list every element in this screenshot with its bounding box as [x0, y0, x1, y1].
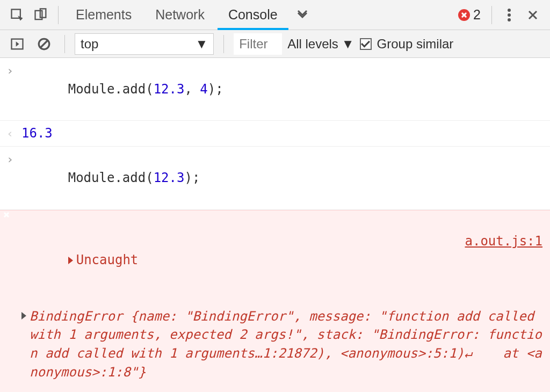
svg-point-3 [508, 9, 511, 12]
console-body: › Module.add(12.3, 4); ‹ 16.3 › Module.a… [0, 58, 550, 392]
svg-point-4 [508, 13, 511, 17]
tabs-overflow-icon[interactable] [291, 0, 314, 30]
tab-elements[interactable]: Elements [65, 0, 142, 30]
output-chevron-icon: ‹ [6, 124, 21, 142]
inspect-icon[interactable] [6, 4, 28, 26]
expand-caret-icon[interactable] [68, 257, 73, 264]
tab-console[interactable]: Console [218, 0, 288, 30]
log-level-selector[interactable]: All levels ▼ [287, 37, 354, 52]
context-selector[interactable]: top ▼ [75, 33, 214, 55]
expand-caret-icon[interactable] [21, 312, 26, 320]
more-options-icon[interactable] [498, 4, 520, 26]
console-input-line: › Module.add(12.3, 4); [0, 58, 550, 121]
divider [58, 6, 59, 24]
divider [491, 6, 492, 24]
input-chevron-icon: › [6, 150, 21, 168]
error-count: 2 [473, 7, 481, 23]
console-input-line: › Module.add(12.3); [0, 147, 550, 209]
console-error-line: a.out.js:1 Uncaught BindingError {name: … [0, 210, 550, 392]
console-output-line: ‹ 16.3 [0, 121, 550, 147]
group-similar-checkbox[interactable] [360, 38, 372, 50]
close-icon[interactable] [522, 4, 544, 26]
context-value: top [81, 37, 98, 52]
filter-input[interactable] [234, 33, 282, 55]
input-chevron-icon: › [6, 61, 21, 79]
error-icon [458, 9, 470, 21]
tab-network[interactable]: Network [144, 0, 215, 30]
console-subtoolbar: top ▼ All levels ▼ Group similar [0, 30, 550, 58]
device-toggle-icon[interactable] [30, 4, 52, 26]
clear-console-icon[interactable] [33, 33, 55, 55]
chevron-down-icon: ▼ [195, 37, 208, 52]
divider [223, 35, 224, 53]
svg-point-5 [508, 18, 511, 21]
devtools-toolbar: Elements Network Console 2 [0, 0, 550, 30]
divider [64, 35, 65, 53]
error-count-badge[interactable]: 2 [458, 7, 485, 23]
chevron-down-icon: ▼ [342, 37, 354, 52]
source-link[interactable]: a.out.js:1 [465, 232, 543, 251]
group-similar-label: Group similar [377, 37, 454, 52]
sidebar-toggle-icon[interactable] [6, 33, 28, 55]
